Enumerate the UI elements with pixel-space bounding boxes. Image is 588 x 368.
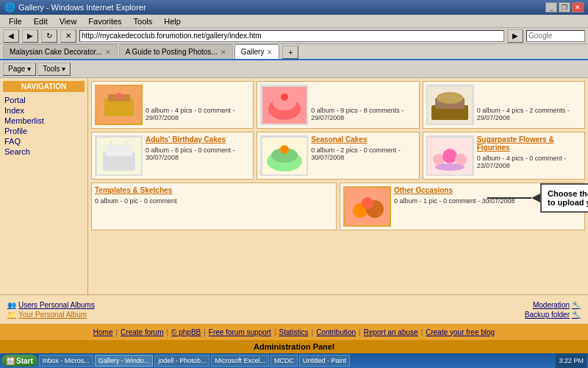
back-button[interactable]: ◀ xyxy=(3,29,19,43)
moderation-link[interactable]: Moderation 🔧 xyxy=(533,301,581,309)
tab-close-1[interactable]: ✕ xyxy=(220,49,226,56)
album-meta-bottom-0: 0 album - 0 pic - 0 comment xyxy=(95,197,333,205)
users-personal-albums-link[interactable]: 👥 Users Personal Albums xyxy=(7,301,95,309)
bottom-right-links: Moderation 🔧 Backup folder 🔧 xyxy=(525,301,581,319)
taskbar-photob[interactable]: jodell - Photob... xyxy=(154,355,209,367)
album-0: 0 album - 4 pics - 0 comment - 29/07/200… xyxy=(91,81,254,129)
album-thumb-4 xyxy=(260,135,308,176)
address-bar: ◀ ▶ ↻ ✕ ▶ xyxy=(0,28,588,44)
taskbar-time: 3:22 PM xyxy=(559,357,584,364)
menu-file[interactable]: File xyxy=(3,15,28,27)
taskbar-right: 3:22 PM xyxy=(556,353,587,368)
page-button[interactable]: Page ▾ xyxy=(3,63,36,76)
sidebar-item-search[interactable]: Search xyxy=(3,146,85,157)
forward-button[interactable]: ▶ xyxy=(22,29,38,43)
footer-free-forum[interactable]: Free forum support xyxy=(209,328,271,336)
folder-icon: 📁 xyxy=(7,311,16,319)
tools-button[interactable]: Tools ▾ xyxy=(37,63,71,76)
album-bottom-0: Templates & Sketches 0 album - 0 pic - 0… xyxy=(91,183,337,230)
title-bar: 🌐 Gallery - Windows Internet Explorer _ … xyxy=(0,0,588,15)
album-meta-0: 0 album - 4 pics - 0 comment - 29/07/200… xyxy=(146,107,250,121)
footer-contribution[interactable]: Contribution xyxy=(316,328,356,336)
menu-favorites[interactable]: Favorites xyxy=(82,15,127,27)
callout-container: Choose the right album to upload your ph… xyxy=(487,183,588,213)
svg-point-29 xyxy=(362,197,373,209)
sidebar: NAVIGATION Portal Index Memberlist Profi… xyxy=(0,78,88,294)
album-meta-2: 0 album - 4 pics - 2 comments - 29/07/20… xyxy=(477,107,581,121)
sidebar-title: NAVIGATION xyxy=(3,81,85,92)
backup-icon: 🔧 xyxy=(572,311,581,319)
menu-bar: File Edit View Favorites Tools Help xyxy=(0,15,588,28)
album-image-4 xyxy=(262,138,306,174)
sidebar-item-faq[interactable]: FAQ xyxy=(3,136,85,146)
footer-create-forum[interactable]: Create forum xyxy=(121,328,163,336)
album-thumb-bottom-1 xyxy=(343,186,391,227)
album-image-bottom-1 xyxy=(345,188,390,225)
restore-button[interactable]: ❐ xyxy=(559,2,570,13)
menu-help[interactable]: Help xyxy=(158,15,187,27)
taskbar-gallery[interactable]: Gallery - Windo... xyxy=(95,355,154,367)
window-controls: _ ❐ ✕ xyxy=(545,2,584,13)
album-info-bottom-0: Templates & Sketches 0 album - 0 pic - 0… xyxy=(95,186,333,227)
close-button[interactable]: ✕ xyxy=(572,2,584,13)
album-meta-4: 0 album - 2 pics - 0 comment - 30/07/200… xyxy=(311,146,415,161)
taskbar-paint[interactable]: Untitled - Paint xyxy=(299,355,350,367)
sidebar-item-portal[interactable]: Portal xyxy=(3,95,85,105)
footer-home[interactable]: Home xyxy=(93,328,113,336)
taskbar-mcdc[interactable]: MCDC xyxy=(270,355,298,367)
album-info-4: Seasonal Cakes 0 album - 2 pics - 0 comm… xyxy=(311,135,415,176)
footer-free-blog[interactable]: Create your free blog xyxy=(426,328,495,336)
refresh-button[interactable]: ↻ xyxy=(41,29,57,43)
album-thumb-1 xyxy=(260,85,308,125)
top-albums-grid: 0 album - 4 pics - 0 comment - 29/07/200… xyxy=(91,81,585,129)
stop-button[interactable]: ✕ xyxy=(60,29,76,43)
album-image-3 xyxy=(97,138,141,174)
svg-rect-14 xyxy=(106,145,132,156)
album-thumb-3 xyxy=(95,135,143,176)
search-input[interactable] xyxy=(526,30,585,42)
go-button[interactable]: ▶ xyxy=(507,29,523,43)
taskbar-excel[interactable]: Microsoft Excel... xyxy=(211,355,269,367)
tab-close-2[interactable]: ✕ xyxy=(267,49,273,56)
album-2: 0 album - 4 pics - 2 comments - 29/07/20… xyxy=(423,81,585,129)
album-title-4[interactable]: Seasonal Cakes xyxy=(311,135,415,144)
new-tab-button[interactable]: + xyxy=(282,46,298,59)
address-input[interactable] xyxy=(79,30,504,42)
callout-text: Choose the right album to upload your ph… xyxy=(548,189,588,207)
tab-0[interactable]: Malaysian Cake Decorator... ✕ xyxy=(3,44,118,59)
start-button[interactable]: 🪟 Start xyxy=(1,355,37,367)
footer-report[interactable]: Report an abuse xyxy=(364,328,418,336)
album-thumb-0 xyxy=(95,85,143,125)
svg-point-25 xyxy=(435,163,465,171)
menu-tools[interactable]: Tools xyxy=(128,15,159,27)
backup-folder-link[interactable]: Backup folder 🔧 xyxy=(525,311,581,319)
your-personal-album-link[interactable]: 📁 Your Personal Album xyxy=(7,311,95,319)
tab-close-0[interactable]: ✕ xyxy=(105,49,111,56)
album-title-3[interactable]: Adults' Birthday Cakes xyxy=(146,135,250,144)
album-info-5: Sugarpaste Flowers & Figurines 0 album -… xyxy=(477,135,581,176)
sidebar-item-memberlist[interactable]: Memberlist xyxy=(3,116,85,126)
album-info-0: 0 album - 4 pics - 0 comment - 29/07/200… xyxy=(146,85,250,125)
wrench-icon: 🔧 xyxy=(572,301,581,309)
footer-statistics[interactable]: Statistics xyxy=(279,328,309,336)
main-content: NAVIGATION Portal Index Memberlist Profi… xyxy=(0,78,588,294)
album-info-3: Adults' Birthday Cakes 0 album - 6 pics … xyxy=(146,135,250,176)
menu-edit[interactable]: Edit xyxy=(28,15,54,27)
album-title-bottom-0[interactable]: Templates & Sketches xyxy=(95,186,333,194)
sidebar-item-profile[interactable]: Profile xyxy=(3,126,85,136)
album-thumb-2 xyxy=(426,85,474,125)
album-title-5[interactable]: Sugarpaste Flowers & Figurines xyxy=(477,135,581,152)
footer-phpbb[interactable]: © phpBB xyxy=(171,328,201,336)
svg-point-11 xyxy=(437,92,463,104)
menu-view[interactable]: View xyxy=(54,15,83,27)
album-meta-3: 0 album - 6 pics - 0 comment - 30/07/200… xyxy=(146,146,250,161)
window-title: Gallery - Windows Internet Explorer xyxy=(18,3,146,12)
start-icon: 🪟 xyxy=(6,357,15,365)
tab-2[interactable]: Gallery ✕ xyxy=(234,44,280,59)
minimize-button[interactable]: _ xyxy=(545,2,557,13)
sidebar-item-index[interactable]: Index xyxy=(3,105,85,116)
album-3: Adults' Birthday Cakes 0 album - 6 pics … xyxy=(91,132,254,180)
gallery-content: 0 album - 4 pics - 0 comment - 29/07/200… xyxy=(88,78,588,294)
tab-1[interactable]: A Guide to Posting Photos... ✕ xyxy=(119,44,233,59)
taskbar-inbox[interactable]: Inbox - Micros... xyxy=(39,355,93,367)
